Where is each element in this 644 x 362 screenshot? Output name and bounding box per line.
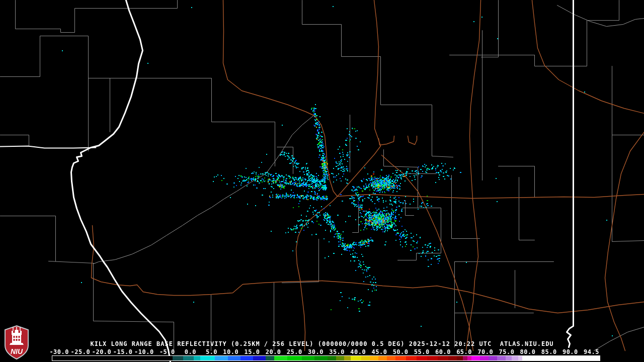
colorbar-scale-labels: -30.0-25.0-20.0-15.0-10.0-5.00.05.010.01… (0, 349, 644, 355)
niu-logo: NIU (4, 325, 30, 360)
product-caption: KILX LONG RANGE BASE REFLECTIVITY (0.25K… (0, 341, 644, 347)
reflectivity-colorbar (52, 355, 600, 361)
niu-logo-text: NIU (11, 347, 23, 355)
radar-map-canvas (0, 0, 644, 362)
scale-tick-label: 94.5 (568, 349, 599, 355)
radar-viewer: KILX LONG RANGE BASE REFLECTIVITY (0.25K… (0, 0, 644, 362)
